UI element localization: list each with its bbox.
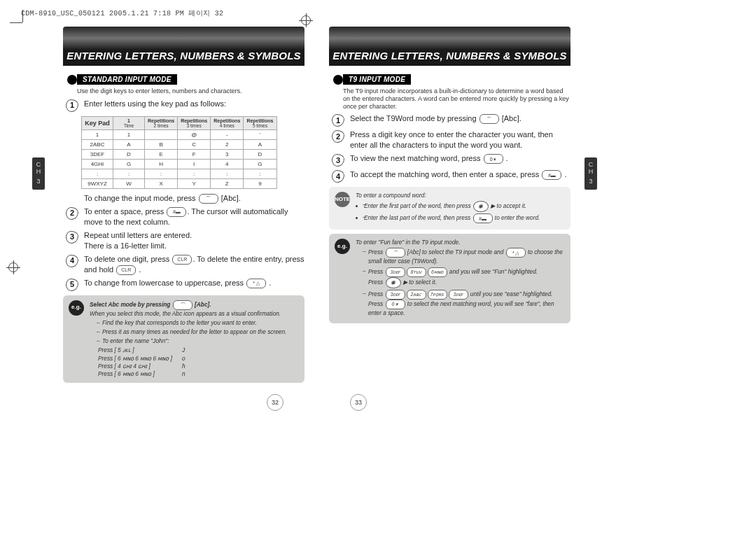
step: 3 To view the next matching word, press …: [332, 153, 570, 167]
table-row: 4GHIGHI4G: [82, 159, 277, 169]
step-number: 1: [332, 114, 344, 127]
softkey-icon: ⌒: [173, 300, 192, 310]
step: 1 Enter letters using the key pad as fol…: [66, 99, 304, 112]
step: 4 To delete one digit, press CLR. To del…: [66, 254, 304, 275]
key-icon: #▬: [473, 213, 493, 223]
step-text: Repeat until letters are entered. There …: [84, 230, 304, 251]
step-number: 5: [66, 279, 78, 291]
key-icon: #▬: [542, 170, 561, 180]
section-heading-standard: STANDARD INPUT MODE: [67, 74, 304, 85]
page-spread: ENTERING LETTERS, NUMBERS & SYMBOLS STAN…: [63, 27, 570, 387]
bullet-icon: [67, 75, 77, 85]
col-header: Repetitions5 times: [244, 116, 276, 129]
key-icon: * △: [506, 248, 526, 258]
col-header: Repetitions2 times: [145, 116, 178, 129]
step: 3 Repeat until letters are entered. Ther…: [66, 230, 304, 251]
step-text: To delete one digit, press CLR. To delet…: [84, 254, 304, 275]
section-heading-t9: T9 INPUT MODE: [333, 74, 570, 85]
softkey-icon: ⌒: [199, 194, 218, 204]
step-number: 3: [332, 154, 344, 167]
step-number: 1: [66, 99, 78, 112]
step: 1 Select the T9Word mode by pressing ⌒ […: [332, 113, 570, 127]
step-text: Enter letters using the key pad as follo…: [84, 99, 304, 109]
step-number: 4: [332, 170, 344, 183]
page-right: ENTERING LETTERS, NUMBERS & SYMBOLS T9 I…: [329, 27, 570, 387]
step-number: 2: [66, 207, 78, 220]
key-icon: 2ᴀʙᴄ: [407, 290, 426, 300]
page-number: 33: [350, 394, 367, 411]
section-intro: The T9 input mode incorporates a built-i…: [343, 87, 570, 110]
key-icon: 3ᴅᴇꜰ: [386, 267, 405, 277]
note-icon: NOTE: [335, 192, 350, 207]
step: 5 To change from lowercase to uppercase,…: [66, 278, 304, 291]
col-header: Key Pad: [82, 116, 113, 129]
step: 2 Press a digit key once to enter the ch…: [332, 129, 570, 150]
registration-mark: [8, 262, 18, 272]
table-row: 2ABCABC2A: [82, 139, 277, 149]
text: To change the input mode, press: [84, 194, 196, 202]
note-content: To enter a compound word: Enter the firs…: [356, 192, 540, 225]
nav-key-icon: ◉: [473, 201, 489, 212]
step-text: To change from lowercase to uppercase, p…: [84, 278, 304, 288]
bullet-icon: [333, 75, 343, 85]
page-title-banner: ENTERING LETTERS, NUMBERS & SYMBOLS: [63, 27, 304, 66]
page-title-banner: ENTERING LETTERS, NUMBERS & SYMBOLS: [329, 27, 570, 66]
table-row: 9WXYZWXYZ9: [82, 178, 277, 188]
example-content: To enter "Fun fare" in the T9 input mode…: [356, 239, 565, 318]
step-text: Press a digit key once to enter the char…: [350, 129, 570, 150]
key-icon: 3ᴅᴇꜰ: [386, 290, 405, 300]
registration-mark: [301, 15, 311, 25]
chapter-tab-left: CH3: [32, 157, 45, 190]
page-number: 32: [267, 394, 284, 411]
key-icon: 7ᴘǫʀꜱ: [428, 290, 447, 300]
col-header: 1Time: [113, 116, 145, 129]
text: [Abc].: [221, 194, 241, 202]
section-label: STANDARD INPUT MODE: [77, 74, 177, 85]
col-header: Repetitions4 times: [211, 116, 244, 129]
step-number: 2: [332, 130, 344, 143]
table-row: ::::::: [82, 169, 277, 178]
step-number: 3: [66, 231, 78, 244]
eg-icon: e.g.: [69, 300, 84, 316]
key-icon: 6ᴍɴᴏ: [428, 267, 447, 277]
step-text: To accept the matching word, then enter …: [350, 169, 570, 180]
step-text: Select the T9Word mode by pressing ⌒ [Ab…: [350, 113, 570, 124]
page-left: ENTERING LETTERS, NUMBERS & SYMBOLS STAN…: [63, 27, 304, 387]
example-content: Select Abc mode by pressing ⌒ [Abc]. Whe…: [90, 300, 286, 379]
clr-key-icon: CLR: [172, 255, 192, 265]
softkey-icon: ⌒: [386, 248, 405, 258]
key-icon: * △: [246, 279, 266, 288]
example-box: e.g. Select Abc mode by pressing ⌒ [Abc]…: [63, 295, 304, 384]
table-row: 11@-': [82, 129, 277, 139]
key-icon: 8ᴛᴜᴠ: [407, 267, 426, 277]
clr-key-icon: CLR: [116, 265, 136, 275]
keypad-table: Key Pad 1Time Repetitions2 times Repetit…: [81, 116, 277, 189]
key-icon: #▬: [167, 207, 186, 217]
step-text: To view the next matching word, press 0 …: [350, 153, 570, 164]
step: 2 To enter a space, press #▬. The cursor…: [66, 206, 304, 227]
table-row: 3DEFDEF3D: [82, 149, 277, 159]
step: 4 To accept the matching word, then ente…: [332, 169, 570, 183]
key-icon: 3ᴅᴇꜰ: [449, 290, 468, 300]
print-header: CDM-8910_USC_050121 2005.1.21 7:18 PM 페이…: [21, 8, 223, 18]
note-box: NOTE To enter a compound word: Enter the…: [329, 187, 570, 230]
section-intro: Use the digit keys to enter letters, num…: [77, 87, 304, 95]
eg-icon: e.g.: [335, 239, 350, 254]
crop-mark: [10, 22, 22, 23]
chapter-tab-right: CH3: [584, 157, 597, 190]
sub-note: To change the input mode, press ⌒ [Abc].: [84, 193, 304, 204]
softkey-icon: ⌒: [479, 114, 499, 124]
col-header: Repetitions3 times: [178, 116, 211, 129]
crop-mark: [22, 10, 23, 22]
key-icon: 0 ▾: [386, 300, 405, 309]
step-number: 4: [66, 255, 78, 267]
nav-key-icon: ◉: [386, 277, 401, 288]
step-text: To enter a space, press #▬. The cursor w…: [84, 206, 304, 227]
section-label: T9 INPUT MODE: [343, 74, 411, 85]
key-icon: 0 ▾: [484, 154, 503, 164]
example-box: e.g. To enter "Fun fare" in the T9 input…: [329, 234, 570, 323]
